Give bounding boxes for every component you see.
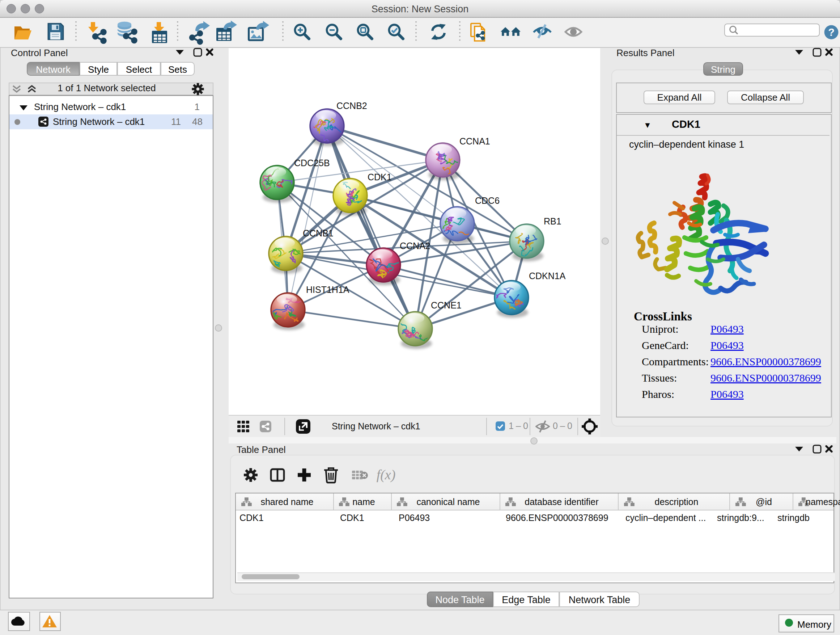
svg-text:CDC6: CDC6 [475, 195, 500, 206]
svg-text:f(x): f(x) [377, 467, 396, 483]
svg-text:CDC25B: CDC25B [294, 158, 330, 168]
svg-text:CDK1: CDK1 [368, 172, 392, 182]
svg-text:CCNB1: CCNB1 [303, 228, 333, 238]
svg-text:?: ? [828, 27, 835, 38]
svg-text:CDKN1A: CDKN1A [529, 271, 566, 281]
svg-text:CCNA1: CCNA1 [459, 136, 490, 146]
svg-text:HIST1H1A: HIST1H1A [306, 285, 349, 295]
svg-text:CCNB2: CCNB2 [336, 101, 367, 111]
svg-text:CCNA2: CCNA2 [400, 241, 431, 251]
svg-text:CCNE1: CCNE1 [431, 300, 462, 310]
svg-text:RB1: RB1 [544, 216, 561, 226]
